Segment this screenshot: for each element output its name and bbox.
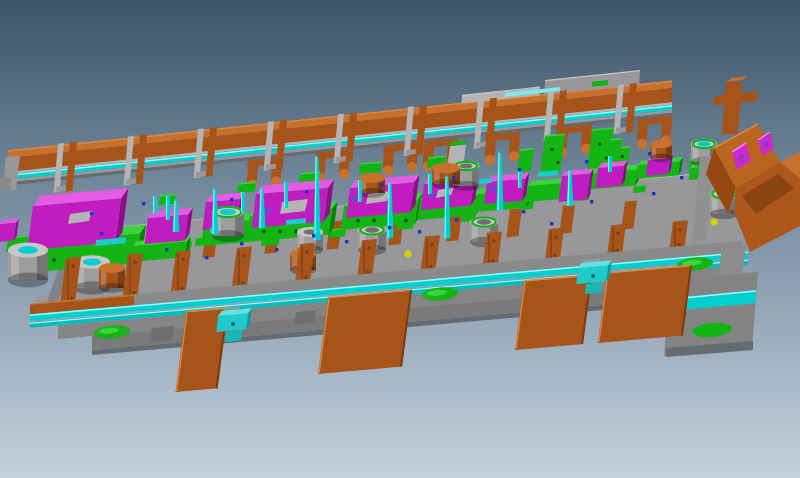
guide-bushing-base xyxy=(710,209,738,220)
gas-spring-top[interactable] xyxy=(650,140,672,148)
leg-face[interactable] xyxy=(515,275,592,350)
fork-prong-left[interactable] xyxy=(247,165,258,182)
clamp-arm[interactable] xyxy=(585,283,602,294)
bolt-head xyxy=(240,242,243,245)
fork-tip xyxy=(637,139,647,149)
bolt-head xyxy=(345,240,348,243)
guide-bushing-bore xyxy=(460,164,473,169)
guide-bushing-bore xyxy=(18,246,38,254)
front-recess xyxy=(150,326,174,342)
yellow-plug xyxy=(404,250,411,257)
cad-viewport-canvas[interactable] xyxy=(0,0,800,478)
bolt-head xyxy=(142,202,145,205)
stamped-part-hole xyxy=(763,141,768,146)
keeper-bolt xyxy=(492,239,495,242)
keeper-bolt xyxy=(366,270,369,273)
bolt-head xyxy=(100,232,103,235)
keeper-bolt xyxy=(241,281,244,284)
front-recess xyxy=(294,310,316,324)
magenta-form-die-front[interactable] xyxy=(559,174,590,202)
die-leg-plate[interactable] xyxy=(515,275,592,350)
tower-bolt-hole xyxy=(605,156,608,159)
keeper-bolt xyxy=(181,258,184,261)
keeper-bolt xyxy=(678,228,681,231)
bolt-head xyxy=(90,212,93,215)
gas-spring-base xyxy=(650,154,672,162)
fork-tip xyxy=(407,162,417,172)
keeper-bolt xyxy=(70,296,73,299)
bolt-head xyxy=(648,152,651,155)
keeper-bolt xyxy=(132,291,135,294)
keeper-bolt xyxy=(615,249,618,252)
bolt-head xyxy=(652,192,655,195)
sub-plate-hole xyxy=(262,230,266,234)
bolt-head xyxy=(380,184,383,187)
leg-face[interactable] xyxy=(598,265,692,343)
sub-plate-hole xyxy=(278,230,282,234)
bolt-head xyxy=(418,230,421,233)
sub-plate-hole xyxy=(372,218,376,222)
fork-tip xyxy=(485,155,495,165)
fork-tip xyxy=(383,166,393,176)
keeper-bolt xyxy=(133,261,136,264)
keeper-bolt xyxy=(677,243,680,246)
guide-bushing-bore xyxy=(365,227,379,232)
die-leg-plate[interactable] xyxy=(598,265,692,343)
keeper-bolt xyxy=(616,232,619,235)
keeper-bolt xyxy=(242,254,245,257)
keeper-bolt xyxy=(554,235,557,238)
bolt-head xyxy=(518,168,521,171)
keeper-bolt xyxy=(429,265,432,268)
sub-plate-hole xyxy=(52,258,56,262)
bolt-head xyxy=(388,226,391,229)
keeper-bolt xyxy=(491,259,494,262)
tower-bolt-hole xyxy=(598,142,601,145)
fork-tip xyxy=(339,169,349,179)
gas-spring-top[interactable] xyxy=(432,163,460,174)
gas-spring-top[interactable] xyxy=(99,263,125,273)
bolt-head xyxy=(550,222,553,225)
guide-bushing-bore xyxy=(698,142,711,147)
bolt-head xyxy=(205,256,208,259)
gas-spring-base xyxy=(99,283,125,293)
sub-plate-hole xyxy=(356,218,360,222)
bolt-head xyxy=(312,234,315,237)
bolt-head xyxy=(522,210,525,213)
tower-bolt-hole xyxy=(550,148,553,151)
keeper-bolt xyxy=(553,254,556,257)
keeper-bolt xyxy=(367,247,370,250)
magenta-form-die-front[interactable] xyxy=(0,223,16,242)
keeper-bolt xyxy=(304,276,307,279)
keeper-bolt xyxy=(430,243,433,246)
leg-face[interactable] xyxy=(318,290,412,374)
bolt-head xyxy=(230,198,233,201)
fork-prong-left[interactable] xyxy=(383,150,394,167)
bolt-head xyxy=(590,200,593,203)
fork-prong-left[interactable] xyxy=(637,124,648,141)
stamped-part-hole xyxy=(739,154,744,159)
tower-bolt-hole xyxy=(556,161,559,164)
gas-spring-top[interactable] xyxy=(359,173,385,183)
bolt-head xyxy=(305,190,308,193)
guide-bushing-bore xyxy=(83,259,101,266)
tower-bolt-hole xyxy=(621,155,624,158)
bolt-head xyxy=(452,176,455,179)
clamp-arm[interactable] xyxy=(225,331,242,342)
sub-plate-hole xyxy=(404,218,408,222)
guide-bushing-bore xyxy=(220,209,236,215)
keeper-bolt xyxy=(180,287,183,290)
bolt-head xyxy=(680,176,683,179)
gas-spring-base xyxy=(359,188,385,198)
guide-bushing-base xyxy=(8,272,48,287)
bolt-head xyxy=(585,160,588,163)
clamp-bolt xyxy=(591,274,595,278)
yellow-plug xyxy=(710,218,717,225)
fork-tip xyxy=(509,151,519,161)
guide-bushing-bore xyxy=(477,219,491,224)
cad-application-window xyxy=(0,0,800,478)
keeper-bolt xyxy=(305,250,308,253)
clamp-bolt xyxy=(231,322,235,326)
violet-component[interactable] xyxy=(489,185,497,192)
bolt-head xyxy=(165,248,168,251)
die-leg-plate[interactable] xyxy=(318,290,412,374)
